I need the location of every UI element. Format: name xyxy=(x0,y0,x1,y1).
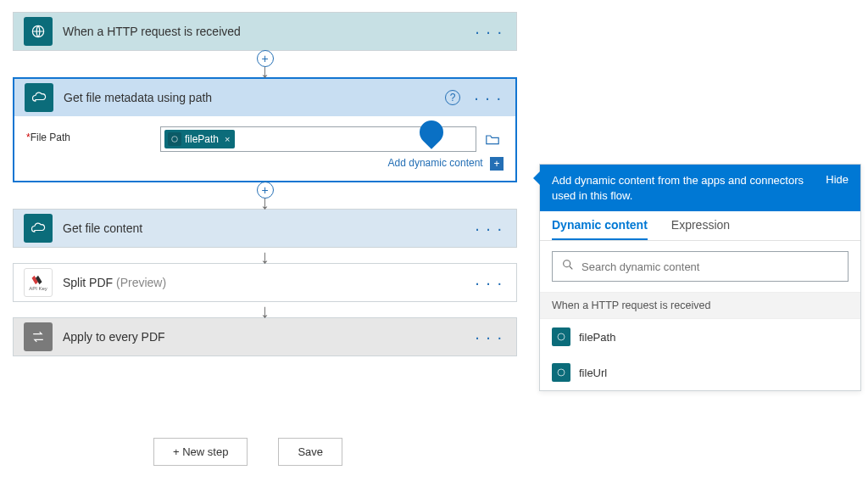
step-title: Apply to every PDF xyxy=(63,330,471,344)
search-icon xyxy=(561,258,575,275)
filepath-input[interactable]: filePath × xyxy=(160,126,476,152)
svg-point-2 xyxy=(564,260,570,267)
save-button[interactable]: Save xyxy=(278,438,342,466)
globe-icon xyxy=(24,17,53,46)
step-http-request[interactable]: When a HTTP request is received · · · xyxy=(13,12,517,51)
dynamic-option-filepath[interactable]: filePath xyxy=(540,319,860,355)
more-icon[interactable]: · · · xyxy=(471,22,506,42)
search-field[interactable] xyxy=(581,260,839,273)
svg-point-1 xyxy=(172,137,178,143)
svg-point-4 xyxy=(558,369,565,376)
option-label: fileUrl xyxy=(579,367,607,379)
source-icon xyxy=(552,327,570,346)
apikey-icon: API Key xyxy=(24,268,53,297)
add-dynamic-icon[interactable]: + xyxy=(490,157,504,171)
step-apply-each[interactable]: Apply to every PDF · · · xyxy=(13,317,517,356)
tab-expression[interactable]: Expression xyxy=(671,218,730,240)
dynamic-content-panel: Add dynamic content from the apps and co… xyxy=(539,164,861,391)
token-label: filePath xyxy=(185,133,219,145)
token-source-icon xyxy=(168,132,181,146)
step-title: When a HTTP request is received xyxy=(63,25,471,38)
tab-dynamic-content[interactable]: Dynamic content xyxy=(552,218,648,240)
step-split-pdf[interactable]: API Key Split PDF (Preview) · · · xyxy=(13,263,517,302)
step-title: Split PDF (Preview) xyxy=(63,276,471,289)
panel-pointer-icon xyxy=(533,171,540,185)
apikey-label: API Key xyxy=(29,286,47,291)
browse-folder-icon[interactable] xyxy=(481,127,504,151)
step-title: Get file content xyxy=(63,221,471,235)
cloud-icon xyxy=(24,214,53,243)
step-title: Get file metadata using path xyxy=(64,91,445,104)
help-icon[interactable]: ? xyxy=(445,90,460,105)
arrow-down-icon: ↓ xyxy=(260,65,270,77)
new-step-button[interactable]: + New step xyxy=(153,438,248,466)
token-filepath[interactable]: filePath × xyxy=(164,130,235,148)
arrow-down-icon: ↓ xyxy=(260,197,270,209)
loop-icon xyxy=(24,322,53,351)
more-icon[interactable]: · · · xyxy=(471,219,506,238)
insert-handle-icon xyxy=(415,115,448,149)
dynamic-option-fileurl[interactable]: fileUrl xyxy=(540,355,860,390)
add-dynamic-content-link[interactable]: Add dynamic content xyxy=(388,157,483,169)
panel-header-text: Add dynamic content from the apps and co… xyxy=(552,173,826,203)
option-label: filePath xyxy=(579,331,615,344)
more-icon[interactable]: · · · xyxy=(471,273,506,293)
arrow-down-icon: ↓ xyxy=(260,305,270,317)
remove-token-icon[interactable]: × xyxy=(225,134,230,144)
step-get-metadata[interactable]: Get file metadata using path ? · · · *Fi… xyxy=(13,77,517,182)
field-label: *File Path xyxy=(26,126,160,143)
svg-point-3 xyxy=(558,333,565,340)
more-icon[interactable]: · · · xyxy=(470,88,505,108)
cloud-icon xyxy=(25,83,53,112)
hide-button[interactable]: Hide xyxy=(826,173,849,186)
arrow-down-icon: ↓ xyxy=(260,251,270,263)
more-icon[interactable]: · · · xyxy=(471,327,506,347)
section-header: When a HTTP request is received xyxy=(540,292,860,319)
source-icon xyxy=(552,363,570,382)
step-get-content[interactable]: Get file content · · · xyxy=(13,209,517,248)
search-input[interactable] xyxy=(552,251,849,282)
